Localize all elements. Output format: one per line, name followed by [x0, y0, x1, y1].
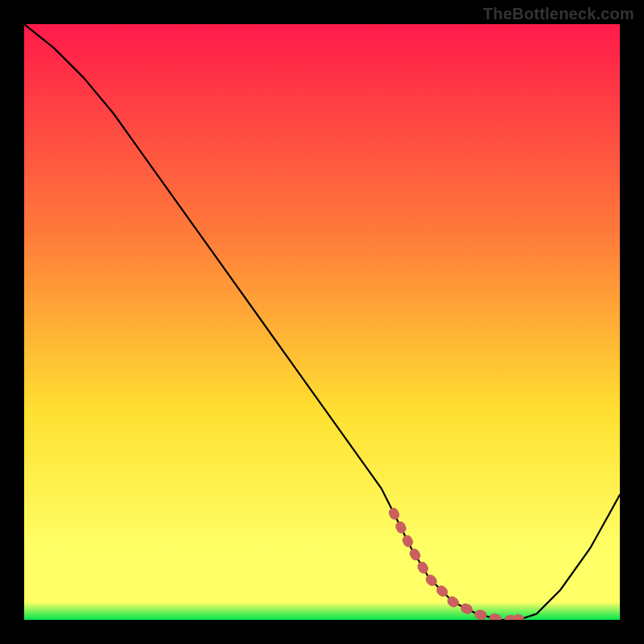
- watermark-label: TheBottleneck.com: [483, 5, 634, 23]
- bottleneck-chart: [24, 24, 620, 620]
- plot-frame: [24, 24, 620, 620]
- chart-container: TheBottleneck.com: [0, 0, 644, 644]
